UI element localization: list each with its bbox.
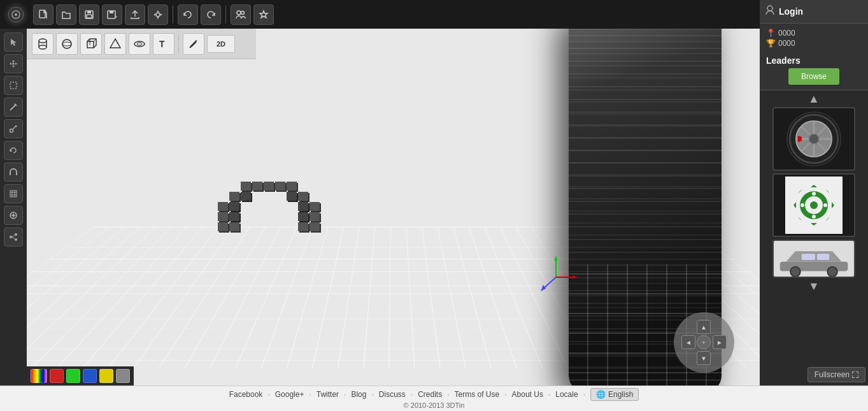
svg-point-51 <box>12 214 15 217</box>
footer-google-plus[interactable]: Google+ <box>275 390 304 399</box>
yellow-swatch[interactable] <box>99 369 113 383</box>
rainbow-swatch[interactable] <box>31 369 47 383</box>
nav-up-button[interactable]: ▲ <box>697 320 711 334</box>
sphere-shape-btn[interactable] <box>56 33 78 55</box>
svg-marker-60 <box>573 275 578 279</box>
svg-point-52 <box>15 233 17 236</box>
nav-right-button[interactable]: ► <box>713 335 727 349</box>
redo-button[interactable] <box>201 4 221 25</box>
footer-twitter[interactable]: Twitter <box>317 390 339 399</box>
svg-rect-35 <box>13 63 15 65</box>
svg-marker-34 <box>15 62 17 65</box>
open-button[interactable] <box>56 4 76 25</box>
footer-about[interactable]: About Us <box>512 390 543 399</box>
cube-shape-btn[interactable] <box>80 33 102 55</box>
svg-point-19 <box>39 39 46 43</box>
green-swatch[interactable] <box>66 369 80 383</box>
3d-viewport[interactable]: ▲ ▼ ◄ ► + <box>27 29 760 386</box>
share-tool[interactable] <box>4 227 23 247</box>
svg-point-2 <box>15 13 17 16</box>
award-button[interactable] <box>253 4 274 25</box>
settings-button[interactable] <box>148 4 168 25</box>
save-as-button[interactable]: + <box>102 4 122 25</box>
mode-2d-btn[interactable]: 2D <box>207 35 235 53</box>
select-tool[interactable] <box>4 32 23 52</box>
users-button[interactable] <box>231 4 251 25</box>
footer-facebook[interactable]: Facebook <box>229 390 263 399</box>
save-button[interactable] <box>79 4 99 25</box>
canvas-area[interactable]: ▲ ▼ ◄ ► + <box>27 29 760 386</box>
footer-locale[interactable]: Locale <box>555 390 578 399</box>
gray-swatch[interactable] <box>116 369 130 383</box>
carousel-item-gear[interactable] <box>772 173 855 237</box>
login-button[interactable]: Login <box>779 6 803 17</box>
carousel-item-car[interactable] <box>772 240 855 278</box>
upload-button[interactable] <box>125 4 145 25</box>
pencil-tool[interactable] <box>4 97 23 117</box>
grid-tool[interactable] <box>4 184 23 203</box>
svg-line-39 <box>13 127 15 129</box>
new-button[interactable] <box>33 4 53 25</box>
left-toolbar <box>0 29 27 386</box>
svg-line-37 <box>10 105 16 110</box>
svg-marker-31 <box>12 60 15 62</box>
svg-point-12 <box>157 17 159 18</box>
nav-down-button[interactable]: ▼ <box>697 351 711 365</box>
carousel-up-button[interactable]: ▲ <box>808 93 820 105</box>
svg-point-23 <box>62 40 71 48</box>
text-shape-btn[interactable]: T <box>153 33 174 55</box>
svg-point-20 <box>39 45 46 49</box>
svg-point-63 <box>767 6 772 11</box>
svg-point-67 <box>809 134 819 144</box>
svg-point-13 <box>154 13 155 15</box>
undo-button[interactable] <box>178 4 198 25</box>
svg-marker-32 <box>12 66 15 68</box>
nav-center-button[interactable]: + <box>697 335 711 349</box>
shape-toolbar: T 2D <box>27 29 256 59</box>
pyramid-shape-btn[interactable] <box>104 33 126 55</box>
fullscreen-button[interactable]: Fullscreen <box>808 367 865 382</box>
toolbar-separator-2 <box>225 6 226 24</box>
flag-emoji: 🌐 <box>596 390 606 399</box>
carousel-down-button[interactable]: ▼ <box>808 280 820 292</box>
navigation-control[interactable]: ▲ ▼ ◄ ► + <box>674 312 734 373</box>
svg-rect-36 <box>10 82 17 89</box>
move-tool[interactable] <box>4 54 23 73</box>
nav-left-button[interactable]: ◄ <box>681 335 695 349</box>
torus-shape-btn[interactable] <box>129 33 150 55</box>
carousel-item-wheel[interactable] <box>772 107 855 171</box>
svg-marker-58 <box>554 256 558 261</box>
login-section: Login <box>760 0 868 24</box>
svg-point-24 <box>62 42 71 46</box>
footer-discuss[interactable]: Discuss <box>379 390 406 399</box>
score-section: 📍 0000 🏆 0000 <box>760 24 868 53</box>
svg-rect-5 <box>87 11 91 13</box>
svg-rect-93 <box>780 262 848 271</box>
svg-marker-26 <box>110 39 120 48</box>
draw-shape-btn[interactable] <box>183 33 204 55</box>
eyedropper-tool[interactable] <box>4 119 23 138</box>
svg-line-30 <box>196 40 197 41</box>
svg-rect-47 <box>10 191 17 197</box>
footer-credits[interactable]: Credits <box>418 390 442 399</box>
leaders-section: Leaders Browse <box>760 53 868 90</box>
small-3d-object <box>218 182 331 231</box>
cylinder-shape-btn[interactable] <box>32 33 53 55</box>
locale-button[interactable]: 🌐 English <box>590 388 639 401</box>
blue-swatch[interactable] <box>83 369 97 383</box>
effects-tool[interactable] <box>4 206 23 225</box>
axis-indicator <box>613 296 664 347</box>
svg-line-61 <box>543 277 556 289</box>
app-logo[interactable] <box>4 3 28 27</box>
svg-point-14 <box>160 13 162 15</box>
rotate-tool[interactable] <box>4 141 23 160</box>
svg-point-95 <box>827 267 837 277</box>
magnet-tool[interactable] <box>4 162 23 182</box>
red-swatch[interactable] <box>50 369 64 383</box>
user-icon <box>765 5 775 18</box>
footer-blog[interactable]: Blog <box>351 390 366 399</box>
footer-terms[interactable]: Terms of Use <box>455 390 500 399</box>
selection-box-tool[interactable] <box>4 76 23 95</box>
browse-button[interactable]: Browse <box>788 68 839 85</box>
svg-text:T: T <box>159 39 165 49</box>
